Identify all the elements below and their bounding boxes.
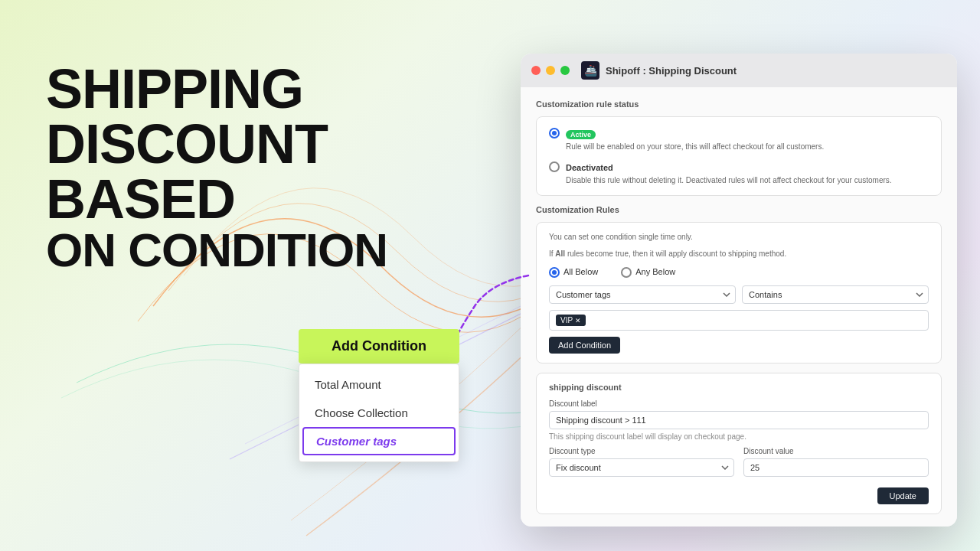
discount-type-col: Discount type Fix discount Percentage: [549, 447, 734, 480]
dropdown-menu: Total Amount Choose Collection Customer …: [299, 364, 459, 462]
window-titlebar: 🚢 Shipoff : Shipping Discount: [521, 54, 957, 87]
minimize-dot[interactable]: [546, 66, 555, 75]
active-option: Active Rule will be enabled on your stor…: [549, 126, 929, 152]
radio-group: All Below Any Below: [549, 266, 929, 278]
title-line1: SHIPPING: [46, 61, 387, 116]
rules-desc1: You can set one condition single time on…: [549, 232, 929, 243]
active-radio[interactable]: [549, 128, 560, 139]
update-button[interactable]: Update: [877, 487, 929, 504]
title-line2: DISCOUNT: [46, 116, 387, 171]
discount-type-value-row: Discount type Fix discount Percentage Di…: [549, 447, 929, 480]
all-below-option[interactable]: All Below: [549, 266, 598, 278]
app-title: Shipoff : Shipping Discount: [606, 65, 737, 77]
discount-label-title: Discount label: [549, 399, 929, 408]
deactivated-name: Deactivated: [566, 163, 613, 172]
window-content: Customization rule status Active Rule wi…: [521, 87, 957, 527]
title-line4: ON CONDITION: [46, 227, 387, 274]
condition-operator-select[interactable]: Contains Does not contain Equals: [742, 285, 929, 304]
discount-label-hint: This shipping discount label will displa…: [549, 432, 929, 441]
discount-value-input[interactable]: [743, 458, 929, 477]
deactivated-option: Deactivated Disable this rule without de…: [549, 160, 929, 186]
rules-label: Customization Rules: [536, 205, 942, 214]
rules-box: You can set one condition single time on…: [536, 222, 942, 364]
title-line3: BASED: [46, 171, 387, 227]
discount-value-title: Discount value: [743, 447, 929, 455]
condition-row: Customer tags Total Amount Choose Collec…: [549, 285, 929, 304]
add-condition-button[interactable]: Add Condition: [549, 337, 620, 354]
maximize-dot[interactable]: [560, 66, 570, 75]
discount-value-col: Discount value: [743, 447, 929, 480]
active-desc: Rule will be enabled on your store, this…: [566, 142, 824, 152]
main-title: SHIPPING DISCOUNT BASED ON CONDITION: [46, 61, 387, 274]
left-section: SHIPPING DISCOUNT BASED ON CONDITION: [46, 61, 387, 274]
tag-value: VIP: [560, 316, 573, 324]
active-badge: Active: [566, 130, 596, 139]
app-window: 🚢 Shipoff : Shipping Discount Customizat…: [521, 54, 957, 527]
app-icon: 🚢: [581, 61, 599, 80]
status-section-label: Customization rule status: [536, 99, 942, 109]
condition-type-select[interactable]: Customer tags Total Amount Choose Collec…: [549, 285, 736, 304]
deactivated-radio[interactable]: [549, 161, 560, 172]
remove-tag-btn[interactable]: ✕: [575, 317, 581, 324]
deactivated-desc: Disable this rule without deleting it. D…: [566, 175, 892, 186]
status-box: Active Rule will be enabled on your stor…: [536, 116, 942, 196]
any-below-radio[interactable]: [621, 267, 632, 278]
discount-label-input[interactable]: [549, 411, 929, 429]
discount-type-title: Discount type: [549, 447, 734, 455]
titlebar-content: 🚢 Shipoff : Shipping Discount: [581, 61, 737, 80]
close-dot[interactable]: [531, 66, 541, 75]
all-below-label: All Below: [564, 267, 598, 276]
all-below-radio[interactable]: [549, 267, 560, 278]
active-option-content: Active Rule will be enabled on your stor…: [566, 126, 824, 152]
discount-section: shipping discount Discount label This sh…: [536, 373, 942, 514]
rules-section: Customization Rules You can set one cond…: [536, 205, 942, 364]
any-below-option[interactable]: Any Below: [621, 266, 675, 278]
discount-section-label: shipping discount: [549, 383, 929, 392]
dropdown-item-customer-tags[interactable]: Customer tags: [302, 427, 456, 455]
tag-input[interactable]: VIP ✕: [549, 310, 929, 331]
update-btn-container: Update: [549, 487, 929, 504]
dropdown-item-choose-collection[interactable]: Choose Collection: [299, 399, 459, 427]
dropdown-overlay: Add Condition Total Amount Choose Collec…: [299, 329, 459, 462]
dropdown-item-total-amount[interactable]: Total Amount: [299, 370, 459, 399]
any-below-label: Any Below: [635, 267, 675, 276]
rules-desc2: If All rules become true, then it will a…: [549, 249, 929, 259]
deactivated-option-content: Deactivated Disable this rule without de…: [566, 160, 892, 186]
add-condition-label[interactable]: Add Condition: [299, 329, 459, 364]
discount-type-select[interactable]: Fix discount Percentage: [549, 458, 734, 477]
vip-tag: VIP ✕: [556, 315, 586, 326]
